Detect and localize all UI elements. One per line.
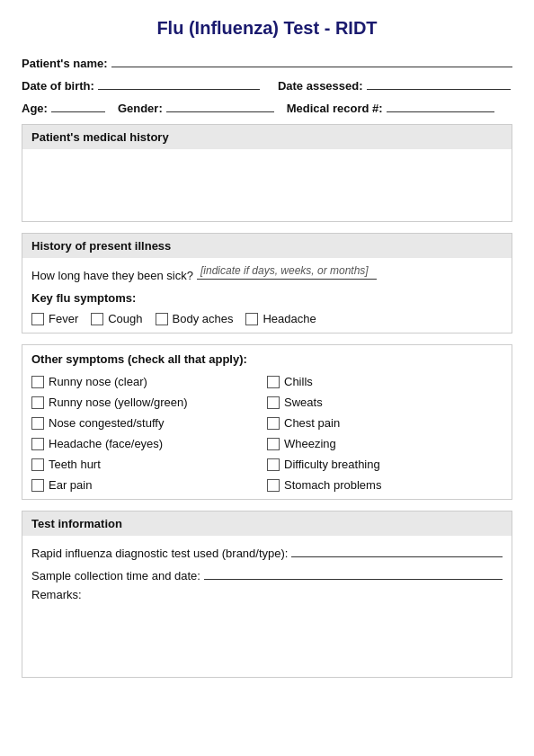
body-aches-checkbox[interactable] bbox=[156, 313, 168, 325]
date-assessed-label: Date assessed: bbox=[278, 79, 363, 93]
medical-history-header: Patient's medical history bbox=[22, 125, 512, 149]
rapid-test-row: Rapid influenza diagnostic test used (br… bbox=[31, 543, 503, 560]
symptom-fever: Fever bbox=[31, 312, 78, 325]
other-symptoms-title: Other symptoms (check all that apply): bbox=[31, 352, 503, 366]
sweats-checkbox[interactable] bbox=[267, 396, 280, 409]
runny-nose-clear-label: Runny nose (clear) bbox=[49, 375, 147, 388]
test-information-section: Test information Rapid influenza diagnos… bbox=[22, 511, 512, 678]
sick-duration-input[interactable]: [indicate if days, weeks, or months] bbox=[197, 265, 377, 280]
key-symptoms-label: Key flu symptoms: bbox=[31, 291, 503, 305]
age-input[interactable] bbox=[51, 98, 105, 112]
teeth-hurt-label: Teeth hurt bbox=[49, 458, 101, 471]
present-illness-section: History of present illness How long have… bbox=[22, 233, 512, 334]
symptom-stomach-problems: Stomach problems bbox=[267, 478, 503, 492]
age-label: Age: bbox=[22, 102, 48, 115]
rapid-test-label: Rapid influenza diagnostic test used (br… bbox=[31, 547, 288, 560]
symptom-chest-pain: Chest pain bbox=[267, 416, 503, 430]
runny-nose-clear-checkbox[interactable] bbox=[31, 376, 44, 388]
patients-name-label: Patient's name: bbox=[22, 57, 108, 70]
sweats-label: Sweats bbox=[284, 396, 323, 409]
symptom-wheezing: Wheezing bbox=[267, 437, 503, 450]
other-symptoms-section: Other symptoms (check all that apply): R… bbox=[22, 344, 512, 500]
headache-label: Headache bbox=[263, 312, 316, 325]
sick-question-label: How long have they been sick? bbox=[31, 269, 193, 282]
medical-record-label: Medical record #: bbox=[287, 102, 383, 115]
cough-label: Cough bbox=[108, 312, 142, 325]
remarks-area[interactable] bbox=[31, 607, 503, 670]
headache-face-checkbox[interactable] bbox=[31, 438, 44, 450]
body-aches-label: Body aches bbox=[173, 312, 234, 325]
stomach-problems-label: Stomach problems bbox=[284, 478, 381, 492]
symptom-headache-face: Headache (face/eyes) bbox=[31, 437, 267, 450]
headache-face-label: Headache (face/eyes) bbox=[49, 437, 163, 450]
sample-collection-label: Sample collection time and date: bbox=[31, 569, 200, 583]
remarks-label: Remarks: bbox=[31, 588, 82, 601]
medical-history-section: Patient's medical history bbox=[22, 124, 512, 222]
symptom-ear-pain: Ear pain bbox=[31, 478, 267, 492]
runny-nose-yellow-label: Runny nose (yellow/green) bbox=[49, 396, 188, 409]
stomach-problems-checkbox[interactable] bbox=[267, 479, 280, 492]
test-information-header: Test information bbox=[22, 511, 512, 536]
difficulty-breathing-checkbox[interactable] bbox=[267, 458, 280, 471]
medical-record-input[interactable] bbox=[387, 98, 494, 112]
dob-input[interactable] bbox=[98, 76, 260, 90]
chills-checkbox[interactable] bbox=[267, 376, 280, 388]
fever-checkbox[interactable] bbox=[31, 313, 44, 325]
chest-pain-label: Chest pain bbox=[284, 416, 340, 430]
nose-congested-checkbox[interactable] bbox=[31, 417, 44, 430]
dob-assessed-row: Date of birth: Date assessed: bbox=[22, 76, 512, 93]
nose-congested-label: Nose congested/stuffy bbox=[49, 416, 164, 430]
symptom-teeth-hurt: Teeth hurt bbox=[31, 458, 267, 471]
ear-pain-checkbox[interactable] bbox=[31, 479, 44, 492]
wheezing-label: Wheezing bbox=[284, 437, 336, 450]
other-symptoms-grid: Runny nose (clear) Chills Runny nose (ye… bbox=[31, 375, 503, 492]
symptom-chills: Chills bbox=[267, 375, 503, 388]
patients-name-input[interactable] bbox=[111, 53, 512, 67]
symptom-difficulty-breathing: Difficulty breathing bbox=[267, 458, 503, 471]
chills-label: Chills bbox=[284, 375, 313, 388]
runny-nose-yellow-checkbox[interactable] bbox=[31, 396, 44, 409]
symptom-runny-nose-yellow: Runny nose (yellow/green) bbox=[31, 396, 267, 409]
headache-checkbox[interactable] bbox=[245, 313, 258, 325]
fever-label: Fever bbox=[49, 312, 78, 325]
symptom-sweats: Sweats bbox=[267, 396, 503, 409]
symptom-headache: Headache bbox=[245, 312, 316, 325]
sick-placeholder: [indicate if days, weeks, or months] bbox=[200, 264, 369, 277]
gender-input[interactable] bbox=[166, 98, 274, 112]
symptom-body-aches: Body aches bbox=[156, 312, 234, 325]
sample-collection-row: Sample collection time and date: bbox=[31, 565, 503, 583]
cough-checkbox[interactable] bbox=[91, 313, 103, 325]
remarks-row: Remarks: bbox=[31, 588, 503, 601]
key-symptoms-list: Fever Cough Body aches Headache bbox=[31, 312, 503, 325]
patients-name-row: Patient's name: bbox=[22, 53, 512, 70]
gender-label: Gender: bbox=[118, 102, 163, 115]
chest-pain-checkbox[interactable] bbox=[267, 417, 280, 430]
sample-collection-input[interactable] bbox=[204, 565, 503, 580]
page-title: Flu (Influenza) Test - RIDT bbox=[22, 18, 512, 39]
present-illness-header: History of present illness bbox=[22, 234, 512, 258]
medical-history-area[interactable] bbox=[22, 149, 512, 221]
age-gender-row: Age: Gender: Medical record #: bbox=[22, 98, 512, 115]
symptom-runny-nose-clear: Runny nose (clear) bbox=[31, 375, 267, 388]
wheezing-checkbox[interactable] bbox=[267, 438, 280, 450]
rapid-test-input[interactable] bbox=[291, 543, 503, 557]
date-assessed-input[interactable] bbox=[367, 76, 511, 90]
teeth-hurt-checkbox[interactable] bbox=[31, 458, 44, 471]
symptom-cough: Cough bbox=[91, 312, 142, 325]
difficulty-breathing-label: Difficulty breathing bbox=[284, 458, 380, 471]
ear-pain-label: Ear pain bbox=[49, 478, 92, 492]
symptom-nose-congested: Nose congested/stuffy bbox=[31, 416, 267, 430]
dob-label: Date of birth: bbox=[22, 79, 94, 93]
sick-question-row: How long have they been sick? [indicate … bbox=[31, 265, 503, 282]
